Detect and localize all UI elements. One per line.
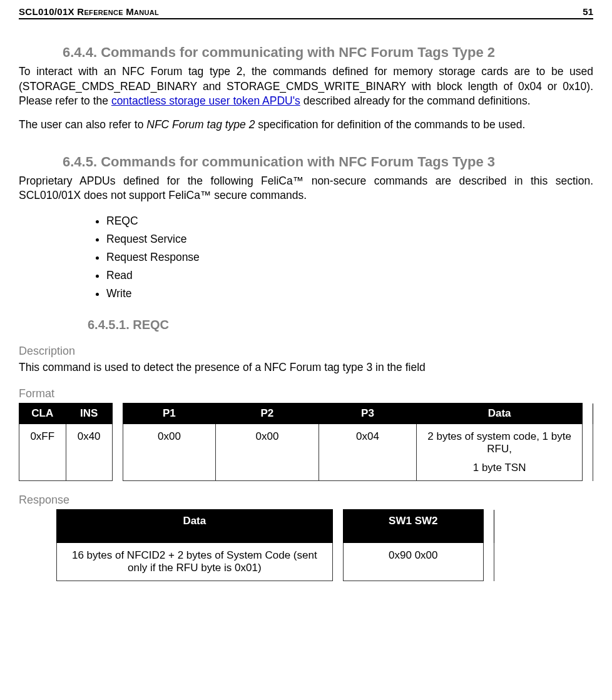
response-table: Data SW1 SW2 16 bytes of NFCID2 + 2 byte… (56, 509, 494, 581)
th-p2: P2 (216, 403, 319, 424)
td-p1: 0x00 (123, 424, 215, 481)
heading-6-4-5-1: 6.4.5.1. REQC (88, 318, 593, 332)
th-data: Data (57, 510, 333, 543)
th-p3: P3 (319, 403, 417, 424)
text: The user can also refer to (19, 118, 146, 131)
table-row: 0xFF 0x40 0x00 0x00 0x04 2 bytes of syst… (19, 424, 593, 481)
list-item: Read (106, 266, 593, 285)
para-6-4-5-1: Proprietary APDUs defined for the follow… (19, 174, 593, 203)
th-p1: P1 (123, 403, 215, 424)
table-header-row: CLA INS P1 P2 P3 Data (19, 403, 593, 424)
table-row: 16 bytes of NFCID2 + 2 bytes of System C… (57, 543, 494, 581)
label-response: Response (19, 494, 593, 507)
para-6-4-4-1: To interact with an NFC Forum tag type 2… (19, 64, 593, 109)
th-sep (582, 403, 593, 424)
heading-6-4-5: 6.4.5. Commands for communication with N… (63, 154, 593, 170)
list-item: Write (106, 285, 593, 303)
text: described already for the command defini… (300, 94, 531, 107)
td-sw: 0x90 0x00 (343, 543, 483, 581)
label-description: Description (19, 345, 593, 358)
list-item: Request Service (106, 230, 593, 248)
table-header-row: Data SW1 SW2 (57, 510, 494, 543)
th-cla: CLA (19, 403, 66, 424)
th-data: Data (417, 403, 583, 424)
th-sep (112, 403, 123, 424)
td-ins: 0x40 (66, 424, 112, 481)
para-6-4-4-2: The user can also refer to NFC Forum tag… (19, 118, 593, 133)
td-data: 2 bytes of system code, 1 byte RFU, 1 by… (417, 424, 583, 481)
td-cla: 0xFF (19, 424, 66, 481)
td-data-line1: 2 bytes of system code, 1 byte RFU, (422, 430, 577, 455)
td-p3: 0x04 (319, 424, 417, 481)
page: SCL010/01X Reference Manual 51 6.4.4. Co… (0, 0, 612, 612)
th-sep (483, 510, 494, 543)
format-table: CLA INS P1 P2 P3 Data 0xFF 0x40 0x00 0x0… (19, 403, 593, 481)
th-sw: SW1 SW2 (343, 510, 483, 543)
th-ins: INS (66, 403, 112, 424)
bullet-list: REQC Request Service Request Response Re… (19, 212, 593, 303)
text-italic: NFC Forum tag type 2 (146, 118, 255, 131)
list-item: Request Response (106, 248, 593, 266)
td-data-line2: 1 byte TSN (422, 462, 577, 474)
link-contactless-apdu[interactable]: contactless storage user token APDU's (111, 94, 300, 107)
list-item: REQC (106, 212, 593, 230)
page-header: SCL010/01X Reference Manual 51 (19, 6, 593, 19)
page-number: 51 (583, 6, 593, 17)
doc-title: SCL010/01X Reference Manual (19, 6, 159, 17)
description-text: This command is used to detect the prese… (19, 360, 593, 375)
td-p2: 0x00 (216, 424, 319, 481)
label-format: Format (19, 387, 593, 400)
heading-6-4-4: 6.4.4. Commands for communicating with N… (63, 44, 593, 61)
td-data: 16 bytes of NFCID2 + 2 bytes of System C… (57, 543, 333, 581)
th-sep (332, 510, 343, 543)
text: specification for definition of the comm… (255, 118, 525, 131)
